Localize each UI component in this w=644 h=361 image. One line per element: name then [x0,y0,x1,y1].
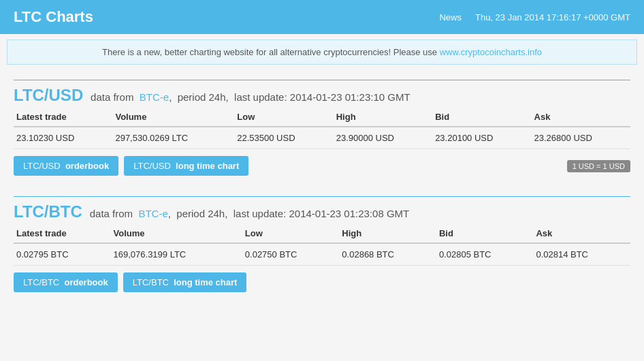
col-ask-ltcbtc: Ask [533,224,630,243]
cell-latest-trade-ltcbtc: 0.02795 BTC [14,243,111,266]
lastupdate-ltcusd: last update: 2014-01-23 01:23:10 GMT [234,91,410,103]
section-title-ltcbtc: LTC/BTC data from BTC-e, period 24h, las… [14,202,630,221]
source-label-ltcbtc: data from [90,208,133,219]
col-volume-ltcusd: Volume [112,108,234,127]
source-name-ltcbtc[interactable]: BTC-e [138,208,167,219]
cell-low-ltcbtc: 0.02750 BTC [242,243,340,266]
cell-volume-ltcusd: 297,530.0269 LTC [112,127,234,149]
news-link[interactable]: News [439,12,462,22]
table-header-row-ltcusd: Latest trade Volume Low High Bid Ask [14,108,630,127]
period-ltcusd: period 24h [178,91,226,103]
table-ltcbtc: Latest trade Volume Low High Bid Ask 0.0… [14,224,630,266]
col-latest-trade-ltcbtc: Latest trade [14,224,111,243]
orderbook-button-ltcusd[interactable]: LTC/USD orderbook [14,156,118,176]
col-low-ltcusd: Low [234,108,333,127]
main-content: LTC/USD data from BTC-e, period 24h, las… [0,70,644,303]
col-high-ltcusd: High [334,108,432,127]
col-volume-ltcbtc: Volume [111,224,242,243]
cell-latest-trade-ltcusd: 23.10230 USD [14,127,112,149]
cell-high-ltcbtc: 0.02868 BTC [339,243,436,266]
exchange-rate-badge-ltcusd: 1 USD = 1 USD [567,160,630,172]
section-divider [14,180,630,193]
section-ltcbtc: LTC/BTC data from BTC-e, period 24h, las… [14,196,630,221]
source-name-ltcusd[interactable]: BTC-e [140,91,169,103]
col-bid-ltcusd: Bid [432,108,531,127]
col-bid-ltcbtc: Bid [436,224,534,243]
table-header-row-ltcbtc: Latest trade Volume Low High Bid Ask [14,224,630,243]
col-high-ltcbtc: High [339,224,436,243]
pair-label-ltcusd: LTC/USD [14,86,83,104]
section-title-ltcusd: LTC/USD data from BTC-e, period 24h, las… [14,86,630,105]
header-datetime: Thu, 23 Jan 2014 17:16:17 +0000 GMT [475,12,630,22]
banner-link[interactable]: www.cryptocoincharts.info [440,47,542,57]
header-right: News Thu, 23 Jan 2014 17:16:17 +0000 GMT [439,12,630,22]
section-ltcusd: LTC/USD data from BTC-e, period 24h, las… [14,80,630,105]
cell-ask-ltcusd: 23.26800 USD [532,127,630,149]
button-row-ltcusd: LTC/USD orderbook LTC/USD long time char… [14,156,630,176]
button-row-ltcbtc: LTC/BTC orderbook LTC/BTC long time char… [14,272,630,292]
col-ask-ltcusd: Ask [532,108,630,127]
cell-bid-ltcusd: 23.20100 USD [432,127,531,149]
banner-text: There is a new, better charting website … [102,47,440,57]
col-low-ltcbtc: Low [242,224,340,243]
site-title: LTC Charts [14,8,93,26]
source-label-ltcusd: data from [91,91,133,103]
table-row: 23.10230 USD 297,530.0269 LTC 22.53500 U… [14,127,630,149]
cell-bid-ltcbtc: 0.02805 BTC [436,243,534,266]
table-row: 0.02795 BTC 169,076.3199 LTC 0.02750 BTC… [14,243,630,266]
site-header: LTC Charts News Thu, 23 Jan 2014 17:16:1… [0,0,644,34]
longtimechart-button-ltcusd[interactable]: LTC/USD long time chart [124,156,248,176]
period-ltcbtc: period 24h [176,208,225,219]
col-latest-trade-ltcusd: Latest trade [14,108,112,127]
table-ltcusd: Latest trade Volume Low High Bid Ask 23.… [14,108,630,149]
announcement-banner: There is a new, better charting website … [7,40,637,65]
longtimechart-button-ltcbtc[interactable]: LTC/BTC long time chart [123,272,247,292]
cell-low-ltcusd: 22.53500 USD [234,127,333,149]
cell-high-ltcusd: 23.90000 USD [334,127,432,149]
cell-volume-ltcbtc: 169,076.3199 LTC [111,243,242,266]
lastupdate-ltcbtc: last update: 2014-01-23 01:23:08 GMT [234,208,410,219]
orderbook-button-ltcbtc[interactable]: LTC/BTC orderbook [14,272,118,292]
pair-label-ltcbtc: LTC/BTC [14,202,82,221]
cell-ask-ltcbtc: 0.02814 BTC [533,243,630,266]
